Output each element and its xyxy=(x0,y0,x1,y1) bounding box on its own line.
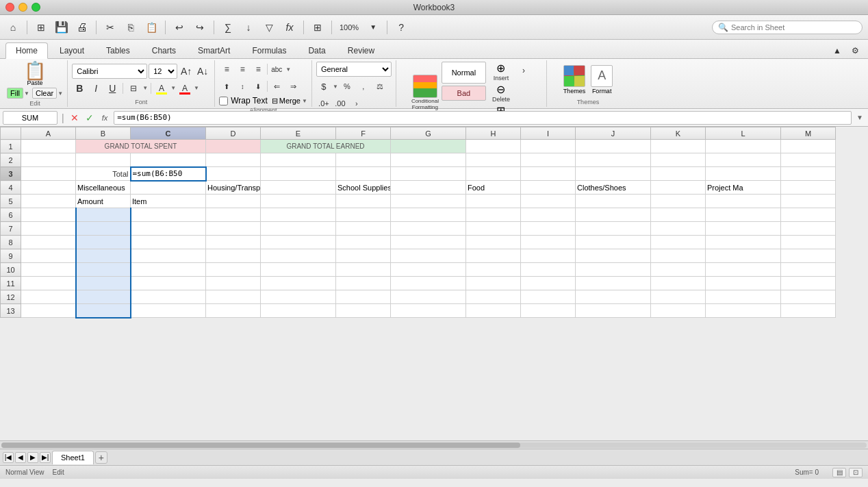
cell-d2[interactable] xyxy=(206,153,261,167)
formula-expand-btn[interactable]: ▼ xyxy=(854,114,865,121)
cell-d9[interactable] xyxy=(206,249,261,263)
cell-b6[interactable] xyxy=(76,208,131,222)
align-center-btn[interactable]: ≡ xyxy=(235,62,250,77)
cell-f3[interactable] xyxy=(336,167,391,181)
sheet-nav-last[interactable]: ▶| xyxy=(40,452,51,463)
cell-h1[interactable] xyxy=(466,140,521,153)
cell-e5[interactable] xyxy=(261,195,336,208)
cell-i9[interactable] xyxy=(521,249,576,263)
maximize-button[interactable] xyxy=(31,3,40,12)
cell-f12[interactable] xyxy=(336,290,391,304)
cell-l12[interactable] xyxy=(706,290,781,304)
cell-reference-box[interactable] xyxy=(3,111,58,125)
cell-d7[interactable] xyxy=(206,222,261,236)
font-size-select[interactable]: 12 xyxy=(149,64,177,79)
cell-b8[interactable] xyxy=(76,236,131,249)
sheet-nav-first[interactable]: |◀ xyxy=(3,452,14,463)
cell-c13[interactable] xyxy=(131,304,206,318)
cell-l1[interactable] xyxy=(706,140,781,153)
highlight-dropdown[interactable]: ▼ xyxy=(170,85,176,91)
cell-f2[interactable] xyxy=(336,153,391,167)
col-header-g[interactable]: G xyxy=(391,127,466,140)
col-header-d[interactable]: D xyxy=(206,127,261,140)
formula-cancel-btn[interactable]: ✕ xyxy=(68,112,81,124)
cell-h3[interactable] xyxy=(466,167,521,181)
cell-j7[interactable] xyxy=(576,222,651,236)
text-dir-btn[interactable]: abc xyxy=(269,62,284,77)
toolbar-print-btn[interactable]: 🖨 xyxy=(73,18,91,36)
cell-i3[interactable] xyxy=(521,167,576,181)
ribbon-settings-btn[interactable]: ⚙ xyxy=(847,43,863,58)
cell-g5[interactable] xyxy=(391,195,466,208)
cell-a11[interactable] xyxy=(21,277,76,290)
cell-f10[interactable] xyxy=(336,263,391,277)
cell-c3-active[interactable]: =sum(B6:B50 SUM(number1, [number2], ...) xyxy=(131,167,206,181)
cell-d3[interactable] xyxy=(206,167,261,181)
underline-button[interactable]: U xyxy=(105,81,120,96)
tab-review[interactable]: Review xyxy=(337,42,385,58)
cell-b11[interactable] xyxy=(76,277,131,290)
cell-i5[interactable] xyxy=(521,195,576,208)
cell-m6[interactable] xyxy=(781,208,836,222)
cell-k12[interactable] xyxy=(651,290,706,304)
cell-g6[interactable] xyxy=(391,208,466,222)
page-layout-btn[interactable]: ⊡ xyxy=(849,468,863,477)
cell-d6[interactable] xyxy=(206,208,261,222)
formula-input[interactable] xyxy=(114,111,852,125)
tab-charts[interactable]: Charts xyxy=(142,42,186,58)
merge-button[interactable]: ⊟ Merge ▼ xyxy=(272,97,307,105)
toolbar-help-btn[interactable]: ? xyxy=(392,18,410,36)
font-size-increase-btn[interactable]: A↑ xyxy=(179,64,194,79)
tab-smartart[interactable]: SmartArt xyxy=(188,42,240,58)
align-right-btn[interactable]: ≡ xyxy=(251,62,266,77)
cell-b2[interactable] xyxy=(76,153,131,167)
cell-h2[interactable] xyxy=(466,153,521,167)
align-top-btn[interactable]: ⬆ xyxy=(219,79,234,94)
cell-e11[interactable] xyxy=(261,277,336,290)
cell-e8[interactable] xyxy=(261,236,336,249)
toolbar-redo-btn[interactable]: ↪ xyxy=(191,18,209,36)
cell-g1[interactable] xyxy=(391,140,466,153)
cell-i13[interactable] xyxy=(521,304,576,318)
cell-a7[interactable] xyxy=(21,222,76,236)
cell-j3[interactable] xyxy=(576,167,651,181)
indent-increase-btn[interactable]: ⇒ xyxy=(285,79,301,94)
cell-b13[interactable] xyxy=(76,304,131,318)
sheet-tab-1[interactable]: Sheet1 xyxy=(52,451,94,464)
cell-m8[interactable] xyxy=(781,236,836,249)
cell-h12[interactable] xyxy=(466,290,521,304)
decimal-increase-btn[interactable]: .0+ xyxy=(316,96,331,111)
bold-button[interactable]: B xyxy=(72,81,87,96)
tab-tables[interactable]: Tables xyxy=(96,42,140,58)
cell-a5[interactable] xyxy=(21,195,76,208)
cell-a4[interactable] xyxy=(21,181,76,195)
text-dir-dropdown[interactable]: ▼ xyxy=(285,66,291,73)
cell-e2[interactable] xyxy=(261,153,336,167)
cell-a1[interactable] xyxy=(21,140,76,153)
cell-i6[interactable] xyxy=(521,208,576,222)
cell-b4[interactable]: Miscellaneous xyxy=(76,181,131,195)
cell-g8[interactable] xyxy=(391,236,466,249)
cell-i7[interactable] xyxy=(521,222,576,236)
toolbar-save-btn[interactable]: 💾 xyxy=(53,18,71,36)
cell-h4[interactable]: Food xyxy=(466,181,521,195)
cell-h7[interactable] xyxy=(466,222,521,236)
cell-a2[interactable] xyxy=(21,153,76,167)
cell-j11[interactable] xyxy=(576,277,651,290)
cell-i1[interactable] xyxy=(521,140,576,153)
search-input[interactable] xyxy=(731,23,856,32)
cell-d5[interactable] xyxy=(206,195,261,208)
cell-l5[interactable] xyxy=(706,195,781,208)
cell-l4[interactable]: Project Ma xyxy=(706,181,781,195)
cell-d11[interactable] xyxy=(206,277,261,290)
toolbar-home-btn[interactable]: ⌂ xyxy=(4,18,22,36)
cell-k6[interactable] xyxy=(651,208,706,222)
indent-decrease-btn[interactable]: ⇐ xyxy=(269,79,284,94)
cell-h9[interactable] xyxy=(466,249,521,263)
cell-l11[interactable] xyxy=(706,277,781,290)
cell-k10[interactable] xyxy=(651,263,706,277)
cell-e13[interactable] xyxy=(261,304,336,318)
col-header-l[interactable]: L xyxy=(706,127,781,140)
toolbar-paste-btn[interactable]: 📋 xyxy=(142,18,160,36)
font-color-button[interactable]: A xyxy=(177,81,192,96)
